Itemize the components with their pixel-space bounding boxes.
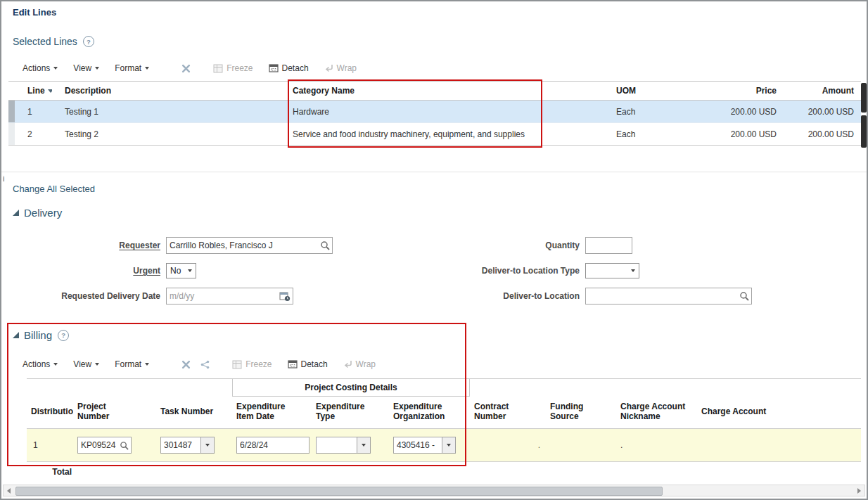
cell-contract-number: . [470, 429, 546, 462]
scroll-left-button[interactable] [4, 485, 14, 496]
dropdown-button[interactable] [201, 437, 215, 454]
collapse-triangle-icon[interactable] [13, 332, 19, 338]
header-cell-charge-account[interactable]: Charge Account [697, 397, 774, 429]
wrap-button[interactable]: Wrap [321, 62, 359, 75]
requester-input[interactable] [167, 241, 320, 250]
deliver-to-location-type-label: Deliver-to Location Type [388, 266, 580, 276]
date-picker-icon[interactable] [279, 291, 291, 302]
project-number-field [77, 437, 132, 454]
requested-delivery-date-row: Requested Delivery Date [13, 287, 293, 305]
search-icon[interactable] [120, 441, 129, 450]
row-gutter[interactable] [8, 123, 15, 146]
vertical-scrollbar-thumb[interactable] [861, 83, 867, 113]
billing-section-header: Billing ? [13, 329, 69, 341]
scrollbar-thumb[interactable] [15, 487, 663, 496]
chevron-down-icon [631, 269, 635, 272]
selected-lines-table: Line Description Category Name UOM Price… [8, 81, 861, 146]
share-button[interactable] [198, 359, 212, 371]
group-header-spacer [470, 378, 861, 397]
delete-button[interactable] [179, 63, 193, 75]
section-divider [1, 172, 867, 172]
header-cell-description[interactable]: Description [52, 81, 280, 101]
dropdown-button[interactable] [357, 437, 371, 454]
billing-toolbar: Actions View Format [20, 357, 378, 372]
requested-delivery-date-input[interactable] [167, 291, 279, 301]
total-label: Total [27, 462, 73, 481]
scrollbar-track[interactable] [14, 485, 854, 496]
change-all-selected-link[interactable]: Change All Selected [13, 184, 95, 194]
freeze-label: Freeze [245, 359, 272, 369]
delete-button[interactable] [179, 359, 193, 371]
charge-account-nickname-column-label: Charge Account Nickname [620, 402, 688, 422]
chevron-down-icon [188, 269, 192, 272]
header-cell-contract-number[interactable]: Contract Number [470, 397, 546, 429]
header-cell-uom[interactable]: UOM [604, 81, 710, 101]
format-menu-label: Format [115, 359, 141, 369]
cell-expenditure-type [312, 429, 389, 462]
header-cell-filler [774, 397, 861, 429]
cell-description: Testing 1 [52, 101, 280, 123]
freeze-label: Freeze [226, 63, 253, 73]
detach-button[interactable]: Detach [266, 62, 312, 75]
quantity-input[interactable] [586, 241, 632, 250]
freeze-button[interactable]: Freeze [210, 62, 255, 75]
row-gutter[interactable] [8, 101, 15, 123]
table-row-2[interactable]: 2 Testing 2 Service and food industry ma… [8, 123, 861, 146]
header-cell-amount[interactable]: Amount [782, 81, 861, 101]
expenditure-item-date-input[interactable] [237, 440, 309, 450]
wrap-arrow-icon [343, 360, 352, 368]
expenditure-organization-column-label: Expenditure Organization [393, 402, 451, 422]
deliver-to-location-type-row: Deliver-to Location Type [388, 262, 639, 280]
header-cell-expenditure-organization[interactable]: Expenditure Organization [389, 397, 470, 429]
search-icon[interactable] [320, 241, 330, 250]
actions-menu-button[interactable]: Actions [20, 357, 60, 371]
cell-uom: Each [604, 101, 710, 123]
vertical-scrollbar-thumb[interactable] [861, 115, 867, 148]
task-number-input[interactable] [161, 440, 200, 450]
cell-charge-account-nickname: . [616, 429, 697, 462]
header-cell-price[interactable]: Price [710, 81, 782, 101]
chevron-down-icon [145, 67, 149, 70]
share-hierarchy-icon [200, 360, 210, 369]
horizontal-scrollbar[interactable] [3, 485, 865, 496]
collapse-triangle-icon[interactable] [13, 210, 19, 216]
expenditure-type-input[interactable] [317, 440, 357, 450]
cell-project-number [73, 429, 156, 462]
freeze-button[interactable]: Freeze [229, 358, 274, 371]
cell-funding-source [546, 429, 616, 462]
billing-table: Project Costing Details Distribution Pro… [27, 378, 861, 481]
help-icon[interactable]: ? [58, 330, 69, 341]
format-menu-button[interactable]: Format [112, 357, 152, 371]
header-cell-charge-account-nickname[interactable]: Charge Account Nickname [616, 397, 697, 429]
deliver-to-location-type-select[interactable] [585, 263, 639, 278]
cell-charge-account [697, 429, 774, 462]
table-row-1-selected[interactable]: 1 Testing 1 Hardware Each 200.00 USD 200… [8, 101, 861, 123]
view-menu-button[interactable]: View [70, 61, 102, 75]
header-cell-expenditure-item-date[interactable]: Expenditure Item Date [232, 397, 312, 429]
wrap-button[interactable]: Wrap [340, 358, 378, 371]
header-cell-category-name[interactable]: Category Name [280, 81, 604, 101]
header-cell-task-number[interactable]: Task Number [156, 397, 232, 429]
group-header-spacer [27, 378, 232, 397]
header-cell-distribution[interactable]: Distribution [27, 397, 73, 429]
project-number-input[interactable] [78, 440, 120, 450]
detach-button[interactable]: Detach [285, 358, 331, 371]
header-cell-project-number[interactable]: Project Number [73, 397, 156, 429]
description-column-label: Description [65, 86, 111, 96]
search-icon[interactable] [739, 291, 749, 301]
view-menu-button[interactable]: View [70, 357, 102, 371]
header-cell-line[interactable]: Line [15, 81, 52, 101]
line-column-label: Line [27, 86, 45, 96]
dropdown-button[interactable] [442, 437, 456, 454]
urgent-select[interactable]: No [166, 263, 196, 278]
header-cell-funding-source[interactable]: Funding Source [546, 397, 616, 429]
actions-menu-button[interactable]: Actions [20, 61, 60, 75]
deliver-to-location-input[interactable] [586, 291, 739, 301]
header-cell-expenditure-type[interactable]: Expenditure Type [312, 397, 389, 429]
scroll-right-button[interactable] [854, 485, 864, 496]
format-menu-button[interactable]: Format [112, 61, 152, 75]
expenditure-organization-input[interactable] [394, 440, 442, 450]
help-icon[interactable]: ? [83, 36, 94, 47]
billing-data-row[interactable]: 1 [27, 429, 861, 462]
requester-label: Requester [13, 241, 160, 250]
